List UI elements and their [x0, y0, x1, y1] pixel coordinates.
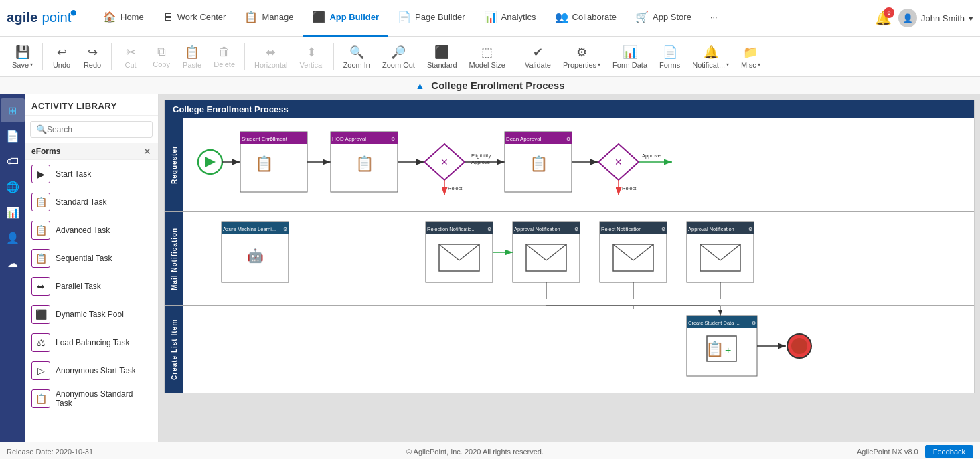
redo-button[interactable]: ↪ Redo [78, 42, 107, 72]
notification-bell[interactable]: 🔔 0 [875, 10, 892, 26]
title-chevron-up[interactable]: ▲ [415, 80, 424, 91]
nav-work-center[interactable]: 🖥 Work Center [153, 0, 236, 37]
nav-collaborate[interactable]: 👥 Collaborate [546, 0, 627, 37]
parallel-task-icon: ⬌ [31, 277, 50, 296]
zoom-out-button[interactable]: 🔎 Zoom Out [377, 42, 420, 72]
nav-right-section: 🔔 0 👤 John Smith ▾ [875, 9, 973, 27]
anonymous-standard-label: Anonymous Standard Task [56, 389, 151, 408]
nav-analytics[interactable]: 📊 Analytics [475, 0, 546, 37]
svg-text:Dean Approval: Dean Approval [506, 136, 542, 142]
undo-button[interactable]: ↩ Undo [47, 42, 76, 72]
sequential-task-label: Sequential Task [56, 254, 112, 263]
sidebar-item-sequential-task[interactable]: 📋 Sequential Task [25, 244, 158, 272]
canvas-area[interactable]: College Enrollment Process Requester [159, 94, 980, 442]
zoom-in-button[interactable]: 🔍 Zoom In [338, 42, 376, 72]
search-box[interactable]: 🔍 [30, 121, 153, 138]
sidebar-item-anonymous-start-task[interactable]: ▷ Anonymous Start Task [25, 357, 158, 385]
toolbar-separator-4 [333, 43, 334, 70]
sidebar-panel: ACTIVITY LIBRARY 🔍 eForms ✕ ▶ Start Task… [25, 94, 159, 442]
toolbar-separator-2 [111, 43, 112, 70]
svg-text:Azure Machine Learni...: Azure Machine Learni... [223, 226, 276, 232]
sidebar-item-advanced-task[interactable]: 📋 Advanced Task [25, 216, 158, 244]
forms-button[interactable]: 📄 Forms [654, 42, 685, 72]
collaborate-icon: 👥 [555, 11, 568, 23]
sidebar-icon-tag[interactable]: 🏷 [1, 149, 25, 173]
sidebar-item-standard-task[interactable]: 📋 Standard Task [25, 188, 158, 216]
horizontal-button[interactable]: ⬌ Horizontal [249, 42, 293, 72]
sidebar-icon-grid[interactable]: ⊞ [1, 98, 25, 122]
lane-mail-content: Azure Machine Learni... ⚙ 🤖 Rejection No… [183, 212, 974, 305]
svg-text:⚙: ⚙ [752, 320, 756, 325]
svg-text:agile: agile [7, 10, 37, 25]
validate-button[interactable]: ✔ Validate [519, 42, 556, 72]
sequential-task-icon: 📋 [31, 249, 50, 268]
paste-icon: 📋 [185, 45, 199, 60]
standard-task-label: Standard Task [56, 197, 107, 207]
sidebar-header: ACTIVITY LIBRARY [25, 94, 158, 116]
svg-text:+: + [725, 345, 731, 356]
properties-button[interactable]: ⚙ Properties ▾ [558, 42, 606, 72]
misc-button[interactable]: 📁 Misc ▾ [736, 42, 766, 72]
sidebar-icon-doc[interactable]: 📄 [1, 124, 25, 148]
version: AgilePoint NX v8.0 [857, 448, 918, 456]
svg-text:⚙: ⚙ [269, 136, 273, 141]
nav-more[interactable]: ··· [701, 0, 727, 37]
nav-page-builder[interactable]: 📄 Page Builder [388, 0, 474, 37]
paste-button[interactable]: 📋 Paste [177, 42, 207, 72]
home-icon: 🏠 [103, 11, 116, 23]
copy-icon: ⧉ [157, 45, 166, 59]
svg-text:⚙: ⚙ [748, 227, 752, 232]
model-size-button[interactable]: ⬚ Model Size [464, 42, 511, 72]
svg-text:Reject: Reject [622, 185, 637, 191]
cut-icon: ✂ [126, 45, 136, 60]
notifications-button[interactable]: 🔔 Notificat... ▾ [687, 42, 734, 72]
create-svg: Create Student Data ... ⚙ 📋 + [183, 306, 974, 393]
mail-svg: Azure Machine Learni... ⚙ 🤖 Rejection No… [183, 212, 974, 306]
delete-button[interactable]: 🗑 Delete [208, 42, 240, 71]
save-button[interactable]: 💾 Save ▾ [7, 42, 38, 72]
redo-icon: ↪ [88, 45, 98, 60]
svg-text:⚙: ⚙ [283, 227, 287, 232]
lane-requester-label: Requester [165, 118, 183, 211]
nav-home[interactable]: 🏠 Home [94, 0, 153, 37]
sidebar-item-start-task[interactable]: ▶ Start Task [25, 160, 158, 188]
section-close[interactable]: ✕ [143, 146, 151, 157]
pagebuilder-icon: 📄 [398, 11, 411, 23]
standard-button[interactable]: ⬛ Standard [422, 42, 463, 72]
feedback-button[interactable]: Feedback [925, 445, 973, 458]
sidebar-icon-globe[interactable]: 🌐 [1, 175, 25, 199]
form-data-icon: 📊 [623, 45, 637, 60]
sidebar-item-parallel-task[interactable]: ⬌ Parallel Task [25, 272, 158, 300]
svg-text:📋: 📋 [355, 155, 374, 173]
copy-button[interactable]: ⧉ Copy [147, 42, 176, 71]
avatar: 👤 [898, 9, 917, 27]
toolbar-separator [42, 43, 43, 70]
svg-text:🤖: 🤖 [247, 248, 264, 264]
user-menu[interactable]: 👤 John Smith ▾ [898, 9, 973, 27]
form-data-button[interactable]: 📊 Form Data [607, 42, 653, 72]
anonymous-standard-icon: 📋 [31, 389, 50, 408]
sidebar-icon-cloud[interactable]: ☁ [1, 251, 25, 275]
forms-icon: 📄 [663, 45, 677, 60]
nav-manage[interactable]: 📋 Manage [235, 0, 303, 37]
vertical-button[interactable]: ⬍ Vertical [295, 42, 329, 72]
dynamic-task-pool-icon: ⬛ [31, 305, 50, 324]
sidebar-icon-chart[interactable]: 📊 [1, 200, 25, 224]
anonymous-start-label: Anonymous Start Task [56, 366, 136, 375]
cut-button[interactable]: ✂ Cut [116, 42, 145, 72]
svg-text:✕: ✕ [615, 157, 623, 167]
logo[interactable]: agile point [7, 5, 94, 31]
nav-app-store[interactable]: 🛒 App Store [626, 0, 701, 37]
lane-requester-content: Student Enrollment ⚙ 📋 HOD Approval ⚙ [183, 118, 974, 211]
sidebar-item-load-balancing-task[interactable]: ⚖ Load Balancing Task [25, 329, 158, 357]
svg-text:Student Enrollment: Student Enrollment [242, 136, 288, 142]
lane-requester: Requester Student Enrollment [165, 118, 974, 212]
nav-app-builder[interactable]: ⬛ App Builder [303, 0, 388, 37]
lane-create-list-item: Create List Item Create Student Data ...… [165, 306, 974, 393]
search-input[interactable] [47, 125, 147, 134]
sidebar-item-anonymous-standard-task[interactable]: 📋 Anonymous Standard Task [25, 385, 158, 413]
svg-point-88 [791, 338, 807, 354]
sidebar-icon-person[interactable]: 👤 [1, 225, 25, 250]
sidebar-item-dynamic-task-pool[interactable]: ⬛ Dynamic Task Pool [25, 300, 158, 329]
validate-icon: ✔ [533, 45, 543, 60]
